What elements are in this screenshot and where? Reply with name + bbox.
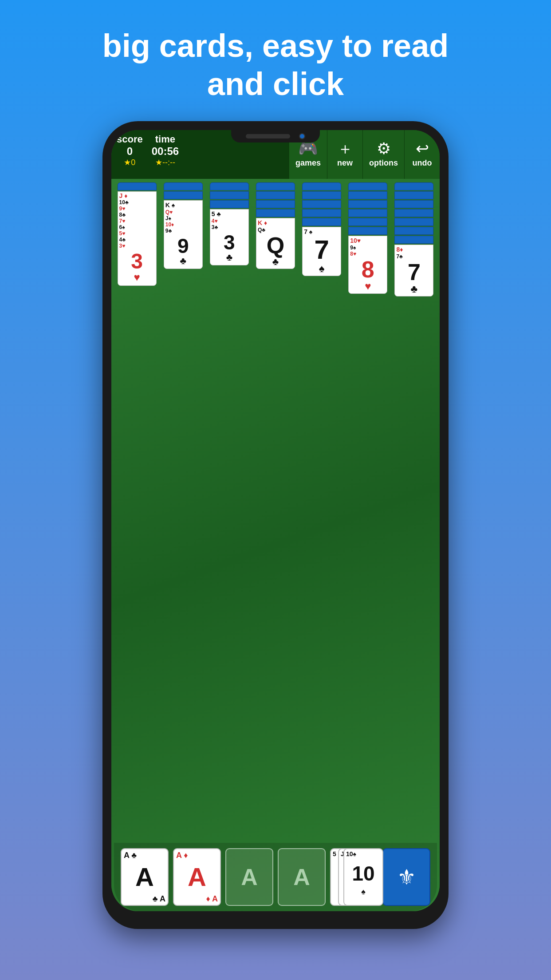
columns-area: J ♦ 10♣ 9♥ 8♣ 7♥ 6♠ 5♥ 4♣ 3♥ 3 ♥ bbox=[114, 182, 437, 843]
undo-label: undo bbox=[413, 158, 432, 168]
speaker bbox=[246, 134, 290, 138]
games-label: games bbox=[295, 158, 321, 168]
ace-pile-2[interactable]: A ♦ A ♦ A bbox=[173, 848, 221, 906]
score-value: 0 bbox=[127, 145, 133, 158]
draw-pile-cards[interactable]: 5 ♠ J 10♠ 10 ♠ bbox=[330, 848, 378, 906]
column-5[interactable]: 7 ♠ 7 ♠ bbox=[300, 182, 344, 276]
phone-screen: score 0 ★0 time 00:56 ★--:-- 🎮 games ＋ n… bbox=[111, 130, 440, 911]
column-7[interactable]: 8♦ 7♣ 7 ♣ bbox=[392, 182, 436, 296]
phone-notch bbox=[231, 130, 320, 142]
column-6[interactable]: 10♥ 9♠ 8♥ 8 ♥ bbox=[346, 182, 390, 294]
time-section: time 00:56 ★--:-- bbox=[152, 134, 179, 175]
ace-pile-1[interactable]: A ♣ A ♣ A bbox=[121, 848, 169, 906]
score-time-area: score 0 ★0 time 00:56 ★--:-- bbox=[111, 130, 184, 179]
game-area: J ♦ 10♣ 9♥ 8♣ 7♥ 6♠ 5♥ 4♣ 3♥ 3 ♥ bbox=[111, 179, 440, 911]
ace-pile-3[interactable]: A bbox=[225, 848, 273, 906]
score-star: ★0 bbox=[124, 158, 135, 167]
score-label: score bbox=[117, 134, 143, 145]
column-3[interactable]: 5 ♣ 4♥ 3♣ 3 ♣ bbox=[207, 182, 251, 265]
games-icon: 🎮 bbox=[298, 141, 318, 157]
undo-icon: ↩ bbox=[416, 141, 429, 157]
new-label: new bbox=[337, 158, 353, 168]
time-label: time bbox=[155, 134, 175, 145]
options-icon: ⚙ bbox=[377, 141, 391, 157]
deck-pile[interactable]: ⚜ bbox=[382, 848, 430, 906]
options-button[interactable]: ⚙ options bbox=[362, 130, 404, 179]
column-2[interactable]: K ♠ Q♥ J♠ 10♦ 9♣ 9 ♣ bbox=[161, 182, 205, 269]
time-value: 00:56 bbox=[152, 145, 179, 158]
time-star: ★--:-- bbox=[155, 158, 175, 167]
new-icon: ＋ bbox=[337, 141, 353, 157]
column-1[interactable]: J ♦ 10♣ 9♥ 8♣ 7♥ 6♠ 5♥ 4♣ 3♥ 3 ♥ bbox=[115, 182, 159, 286]
options-label: options bbox=[369, 158, 398, 168]
camera bbox=[299, 133, 305, 139]
ace-pile-4[interactable]: A bbox=[278, 848, 326, 906]
undo-button[interactable]: ↩ undo bbox=[404, 130, 440, 179]
headline-text: big cards, easy to readand click bbox=[67, 0, 484, 121]
phone-wrapper: score 0 ★0 time 00:56 ★--:-- 🎮 games ＋ n… bbox=[102, 121, 449, 929]
bottom-piles-row: A ♣ A ♣ A A ♦ A ♦ A A bbox=[114, 843, 437, 911]
new-button[interactable]: ＋ new bbox=[327, 130, 362, 179]
column-4[interactable]: K ♦ Q♣ Q ♣ bbox=[253, 182, 297, 269]
score-section: score 0 ★0 bbox=[117, 134, 143, 175]
